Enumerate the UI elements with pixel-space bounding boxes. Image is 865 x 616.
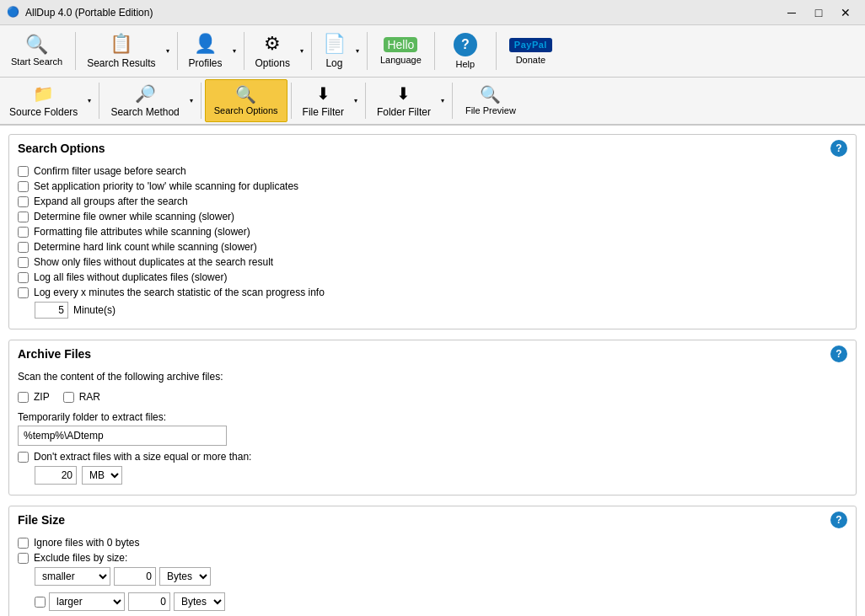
search-method-label: Search Method xyxy=(110,106,179,118)
log-no-dupes-label[interactable]: Log all files without duplicates files (… xyxy=(34,271,227,283)
start-search-button[interactable]: 🔍 Start Search xyxy=(2,29,72,73)
search-method-icon: 🔎 xyxy=(135,83,156,104)
app-icon: 🔵 xyxy=(7,6,20,19)
toolbar2-sep-3 xyxy=(291,83,292,119)
extract-size-input[interactable] xyxy=(35,466,77,485)
file-filter-label: File Filter xyxy=(303,106,344,118)
zip-label[interactable]: ZIP xyxy=(34,391,50,403)
profiles-label: Profiles xyxy=(189,57,223,69)
confirm-filter-label[interactable]: Confirm filter usage before search xyxy=(34,165,186,177)
file-preview-button[interactable]: 🔍 File Preview xyxy=(456,79,525,122)
hard-link-checkbox[interactable] xyxy=(18,242,29,253)
larger-value-input[interactable] xyxy=(128,592,170,611)
ignore-zero-label[interactable]: Ignore files with 0 bytes xyxy=(34,537,139,549)
search-results-arrow[interactable]: ▾ xyxy=(163,29,173,72)
rar-checkbox[interactable] xyxy=(63,392,74,403)
source-folders-button[interactable]: 📁 Source Folders ▾ xyxy=(2,79,95,122)
toolbar-sep-7 xyxy=(496,32,497,70)
archive-files-help[interactable]: ? xyxy=(830,345,847,362)
search-method-button[interactable]: 🔎 Search Method ▾ xyxy=(103,79,196,122)
toolbar2-sep-5 xyxy=(452,83,453,119)
close-button[interactable]: ✕ xyxy=(833,3,858,23)
profiles-main[interactable]: 👤 Profiles xyxy=(182,29,229,72)
search-method-arrow[interactable]: ▾ xyxy=(186,80,196,121)
search-results-main[interactable]: 📋 Search Results xyxy=(80,29,162,72)
folder-filter-main[interactable]: ⬇ Folder Filter xyxy=(370,80,438,121)
file-filter-main[interactable]: ⬇ File Filter xyxy=(296,80,351,121)
log-every-x-label[interactable]: Log every x minutes the search statistic… xyxy=(34,287,325,298)
show-no-dupes-label[interactable]: Show only files without duplicates at th… xyxy=(34,256,273,268)
search-method-main[interactable]: 🔎 Search Method xyxy=(104,80,185,121)
larger-row: larger smaller Bytes KB MB GB xyxy=(35,591,847,613)
format-attrs-checkbox[interactable] xyxy=(18,227,29,238)
archive-checkboxes-row: ZIP RAR xyxy=(18,388,847,406)
source-folders-main[interactable]: 📁 Source Folders xyxy=(3,80,84,121)
file-size-section: File Size ? Ignore files with 0 bytes Ex… xyxy=(8,506,857,616)
options-icon: ⚙ xyxy=(264,33,281,55)
larger-unit-select[interactable]: Bytes KB MB GB xyxy=(174,592,225,611)
profiles-button[interactable]: 👤 Profiles ▾ xyxy=(181,29,240,73)
options-button[interactable]: ⚙ Options ▾ xyxy=(248,29,308,73)
file-owner-row: Determine file owner while scanning (slo… xyxy=(18,209,847,224)
search-options-label: Search Options xyxy=(214,105,278,115)
smaller-value-input[interactable] xyxy=(114,567,156,586)
language-button[interactable]: Hello Language xyxy=(371,29,431,73)
source-folders-arrow[interactable]: ▾ xyxy=(84,80,94,121)
options-arrow[interactable]: ▾ xyxy=(297,29,307,72)
file-owner-label[interactable]: Determine file owner while scanning (slo… xyxy=(34,211,234,222)
exclude-size-label[interactable]: Exclude files by size: xyxy=(34,552,127,564)
expand-groups-label[interactable]: Expand all groups after the search xyxy=(34,196,188,207)
search-options-button[interactable]: 🔍 Search Options xyxy=(205,79,287,122)
confirm-filter-checkbox[interactable] xyxy=(18,166,29,177)
minutes-input[interactable] xyxy=(35,302,68,319)
larger-checkbox[interactable] xyxy=(35,597,46,608)
options-label: Options xyxy=(255,57,290,69)
format-attrs-label[interactable]: Formatting file attributes while scannin… xyxy=(34,226,250,238)
folder-filter-button[interactable]: ⬇ Folder Filter ▾ xyxy=(369,79,449,122)
expand-groups-checkbox[interactable] xyxy=(18,196,29,207)
smaller-row: smaller larger Bytes KB MB GB xyxy=(35,565,847,587)
log-button[interactable]: 📄 Log ▾ xyxy=(315,29,363,73)
smaller-unit-select[interactable]: Bytes KB MB GB xyxy=(159,567,211,586)
log-every-x-checkbox[interactable] xyxy=(18,287,29,298)
extract-limit-checkbox[interactable] xyxy=(18,452,29,463)
exclude-size-checkbox[interactable] xyxy=(18,553,29,564)
log-arrow[interactable]: ▾ xyxy=(352,29,363,72)
log-no-dupes-checkbox[interactable] xyxy=(18,272,29,283)
extract-limit-label[interactable]: Don't extract files with a size equal or… xyxy=(34,451,251,463)
rar-row: RAR xyxy=(63,389,100,404)
extract-unit-select[interactable]: MB KB GB xyxy=(82,466,122,485)
hard-link-label[interactable]: Determine hard link count while scanning… xyxy=(34,241,257,253)
search-results-button[interactable]: 📋 Search Results ▾ xyxy=(79,29,173,73)
file-filter-arrow[interactable]: ▾ xyxy=(351,80,361,121)
help-button[interactable]: ? Help xyxy=(438,29,492,73)
show-no-dupes-checkbox[interactable] xyxy=(18,257,29,268)
smaller-direction-select[interactable]: smaller larger xyxy=(35,567,110,586)
app-priority-checkbox[interactable] xyxy=(18,181,29,192)
folder-filter-arrow[interactable]: ▾ xyxy=(438,80,448,121)
file-size-help[interactable]: ? xyxy=(830,512,847,528)
temp-folder-input[interactable] xyxy=(18,426,227,446)
zip-checkbox[interactable] xyxy=(18,392,29,403)
search-options-title: Search Options xyxy=(18,142,105,155)
larger-direction-select[interactable]: larger smaller xyxy=(49,592,125,611)
search-options-header: Search Options ? xyxy=(9,135,856,160)
minimize-button[interactable]: ─ xyxy=(779,3,804,23)
options-main[interactable]: ⚙ Options xyxy=(249,29,297,72)
profiles-arrow[interactable]: ▾ xyxy=(229,29,239,72)
file-filter-button[interactable]: ⬇ File Filter ▾ xyxy=(295,79,362,122)
donate-label: Donate xyxy=(516,55,545,65)
file-size-body: Ignore files with 0 bytes Exclude files … xyxy=(9,532,856,616)
donate-button[interactable]: PayPal Donate xyxy=(500,29,561,73)
file-preview-icon: 🔍 xyxy=(480,86,501,103)
log-main[interactable]: 📄 Log xyxy=(316,29,352,72)
app-priority-label[interactable]: Set application priority to 'low' while … xyxy=(34,180,298,192)
secondary-toolbar: 📁 Source Folders ▾ 🔎 Search Method ▾ 🔍 S… xyxy=(0,78,865,126)
search-options-help[interactable]: ? xyxy=(830,140,847,157)
rar-label[interactable]: RAR xyxy=(79,391,100,403)
toolbar2-sep-1 xyxy=(99,83,99,119)
search-results-icon: 📋 xyxy=(110,33,132,55)
file-owner-checkbox[interactable] xyxy=(18,212,29,222)
restore-button[interactable]: □ xyxy=(806,3,831,23)
ignore-zero-checkbox[interactable] xyxy=(18,538,29,549)
